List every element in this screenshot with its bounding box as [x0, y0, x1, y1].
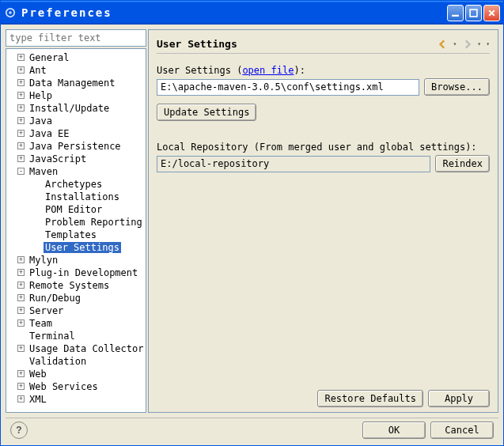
tree-item-label[interactable]: Terminal: [28, 331, 77, 342]
tree-item-label[interactable]: Java EE: [28, 128, 71, 139]
apply-button[interactable]: Apply: [428, 390, 490, 407]
tree-item[interactable]: +Mylyn: [8, 253, 144, 266]
tree-item[interactable]: +XML: [8, 392, 144, 405]
help-button[interactable]: ?: [10, 421, 28, 439]
expand-icon[interactable]: +: [17, 79, 25, 86]
close-button[interactable]: [483, 5, 500, 21]
update-settings-button[interactable]: Update Settings: [157, 104, 256, 121]
panel-title: User Settings: [157, 38, 438, 50]
expand-icon[interactable]: +: [17, 282, 25, 289]
tree-item-label[interactable]: Maven: [28, 166, 59, 177]
expand-icon[interactable]: +: [17, 92, 25, 99]
tree-item-label[interactable]: Java Persistence: [28, 141, 123, 152]
browse-button[interactable]: Browse...: [424, 78, 490, 96]
expand-icon[interactable]: +: [17, 383, 25, 390]
expand-icon[interactable]: +: [17, 142, 25, 149]
tree-item[interactable]: +Install/Update: [8, 101, 144, 114]
reindex-button[interactable]: Reindex: [435, 155, 490, 172]
tree-item-label[interactable]: Plug-in Development: [28, 267, 139, 278]
filter-input[interactable]: [6, 29, 146, 47]
expand-icon[interactable]: +: [17, 117, 25, 124]
tree-item-label[interactable]: Mylyn: [28, 255, 59, 266]
tree-item[interactable]: +JavaScript: [8, 152, 144, 164]
expand-icon[interactable]: +: [17, 155, 25, 162]
tree-item-label[interactable]: Java: [28, 115, 54, 127]
tree-item[interactable]: +Run/Debug: [8, 291, 144, 304]
tree-item[interactable]: +Web Services: [8, 380, 144, 392]
tree-item[interactable]: Templates: [8, 228, 144, 240]
tree-item[interactable]: Terminal: [8, 329, 144, 342]
tree-item[interactable]: User Settings: [8, 240, 144, 253]
nav-forward-menu[interactable]: ▾: [477, 40, 481, 47]
tree-item[interactable]: +Help: [8, 89, 144, 101]
maximize-button[interactable]: [465, 5, 482, 21]
tree-item[interactable]: +Java Persistence: [8, 139, 144, 152]
left-panel: +General+Ant+Data Management+Help+Instal…: [6, 29, 146, 413]
tree-item-label[interactable]: General: [28, 52, 71, 63]
restore-defaults-button[interactable]: Restore Defaults: [317, 390, 423, 407]
tree-item-label[interactable]: Install/Update: [28, 103, 111, 114]
tree-item[interactable]: +Data Management: [8, 76, 144, 89]
expand-icon[interactable]: +: [17, 307, 25, 314]
expand-icon[interactable]: +: [17, 319, 25, 327]
tree-item-label[interactable]: XML: [28, 394, 48, 405]
nav-forward-icon[interactable]: [461, 39, 472, 50]
tree-item-label[interactable]: Data Management: [28, 77, 116, 89]
tree-item-label[interactable]: Archetypes: [44, 179, 104, 190]
tree-item[interactable]: +Usage Data Collector: [8, 342, 144, 354]
tree-item-label[interactable]: JavaScript: [28, 153, 88, 164]
preferences-tree[interactable]: +General+Ant+Data Management+Help+Instal…: [6, 48, 146, 413]
expand-icon[interactable]: +: [17, 256, 25, 263]
tree-item[interactable]: Archetypes: [8, 177, 144, 190]
expand-icon[interactable]: +: [17, 104, 25, 112]
ok-button[interactable]: OK: [362, 421, 426, 439]
tree-item-label[interactable]: Ant: [28, 65, 48, 76]
tree-item-label[interactable]: Run/Debug: [28, 293, 82, 304]
open-file-link[interactable]: open file: [242, 65, 294, 76]
tree-item[interactable]: +General: [8, 51, 144, 63]
tree-item[interactable]: +Server: [8, 304, 144, 316]
tree-item[interactable]: +Remote Systems: [8, 278, 144, 291]
tree-item[interactable]: -Maven: [8, 164, 144, 177]
user-settings-input[interactable]: [157, 79, 419, 96]
tree-item[interactable]: Validation: [8, 354, 144, 367]
tree-item[interactable]: +Java: [8, 114, 144, 127]
tree-item-label[interactable]: POM Editor: [44, 204, 104, 215]
tree-item-label[interactable]: Usage Data Collector: [28, 343, 146, 354]
expand-icon[interactable]: +: [17, 54, 25, 61]
view-menu-icon[interactable]: ▾: [486, 40, 490, 47]
expand-icon[interactable]: +: [17, 269, 25, 276]
minimize-button[interactable]: [447, 5, 464, 21]
tree-item-label[interactable]: Templates: [44, 229, 98, 240]
tree-item[interactable]: +Web: [8, 367, 144, 380]
tree-item[interactable]: Installations: [8, 190, 144, 202]
tree-item[interactable]: +Ant: [8, 63, 144, 76]
tree-item[interactable]: +Plug-in Development: [8, 266, 144, 278]
tree-item-label[interactable]: Server: [28, 305, 65, 316]
tree-item[interactable]: POM Editor: [8, 202, 144, 215]
tree-item-label[interactable]: Installations: [44, 191, 121, 202]
collapse-icon[interactable]: -: [17, 168, 25, 175]
expand-icon[interactable]: +: [17, 66, 25, 74]
expand-icon[interactable]: +: [17, 130, 25, 137]
nav-back-menu[interactable]: ▾: [453, 40, 457, 47]
expand-icon[interactable]: +: [17, 395, 25, 403]
tree-item-label[interactable]: User Settings: [44, 242, 121, 253]
tree-item[interactable]: +Java EE: [8, 127, 144, 139]
tree-item-label[interactable]: Validation: [28, 356, 88, 367]
tree-item-label[interactable]: Problem Reporting: [44, 217, 144, 228]
tree-item-label[interactable]: Web: [28, 369, 48, 380]
nav-back-icon[interactable]: [438, 39, 449, 50]
tree-item[interactable]: +Team: [8, 316, 144, 329]
tree-item-label[interactable]: Remote Systems: [28, 280, 111, 291]
tree-item[interactable]: Problem Reporting: [8, 215, 144, 228]
expand-icon[interactable]: +: [17, 345, 25, 352]
cancel-button[interactable]: Cancel: [430, 421, 494, 439]
tree-item-label[interactable]: Help: [28, 90, 54, 101]
tree-item-label[interactable]: Web Services: [28, 381, 100, 392]
expand-icon[interactable]: +: [17, 370, 25, 377]
tree-item-label[interactable]: Team: [28, 318, 54, 329]
panel-buttons: Restore Defaults Apply: [157, 382, 490, 407]
window-title: Preferences: [21, 6, 447, 19]
expand-icon[interactable]: +: [17, 294, 25, 301]
